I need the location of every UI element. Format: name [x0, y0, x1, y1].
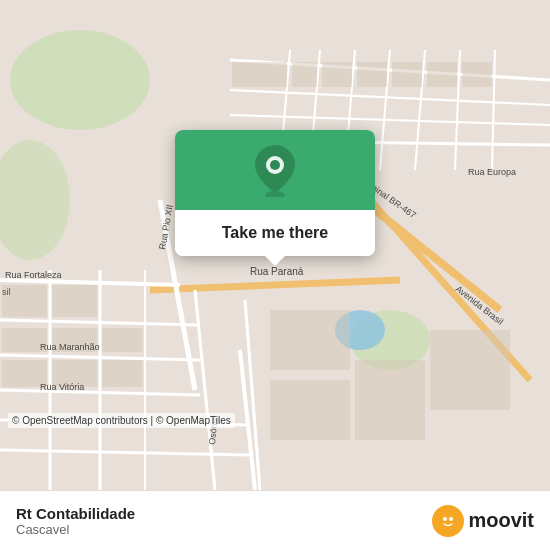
moovit-brand-text: moovit [468, 509, 534, 532]
svg-point-1 [10, 30, 150, 130]
moovit-face-icon [437, 510, 459, 532]
moovit-logo: moovit [432, 505, 534, 537]
svg-text:Rua Vitória: Rua Vitória [40, 382, 84, 392]
svg-rect-16 [232, 62, 287, 87]
svg-rect-51 [430, 330, 510, 410]
take-me-there-button[interactable]: Take me there [175, 210, 375, 256]
popup-header [175, 130, 375, 210]
svg-rect-19 [357, 62, 387, 87]
svg-rect-41 [52, 285, 97, 317]
svg-text:Rua Europa: Rua Europa [468, 167, 516, 177]
moovit-icon [432, 505, 464, 537]
svg-rect-44 [102, 328, 142, 352]
place-city: Cascavel [16, 522, 135, 537]
svg-text:Rua Fortaleza: Rua Fortaleza [5, 270, 62, 280]
map-attribution: © OpenStreetMap contributors | © OpenMap… [8, 413, 235, 428]
svg-point-64 [270, 160, 280, 170]
place-name: Rt Contabilidade [16, 505, 135, 522]
svg-rect-47 [102, 360, 142, 387]
map-container: Rua Fortaleza Rua Pio XII Rua Paraná Mar… [0, 0, 550, 490]
svg-rect-50 [355, 360, 425, 440]
svg-text:Rua Maranhão: Rua Maranhão [40, 342, 100, 352]
svg-rect-21 [427, 62, 457, 87]
svg-rect-20 [392, 62, 422, 87]
bottom-bar: Rt Contabilidade Cascavel moovit [0, 490, 550, 550]
place-info: Rt Contabilidade Cascavel [16, 505, 135, 537]
svg-point-67 [449, 517, 453, 521]
svg-text:Rua Paraná: Rua Paraná [250, 266, 304, 277]
svg-rect-22 [462, 62, 492, 87]
popup-card: Take me there [175, 130, 375, 256]
svg-rect-49 [270, 380, 350, 440]
svg-rect-48 [270, 310, 350, 370]
svg-point-65 [438, 511, 458, 531]
svg-text:sil: sil [2, 287, 11, 297]
location-pin-icon [253, 143, 297, 197]
svg-point-66 [443, 517, 447, 521]
svg-rect-18 [322, 62, 352, 87]
svg-rect-17 [292, 62, 317, 87]
